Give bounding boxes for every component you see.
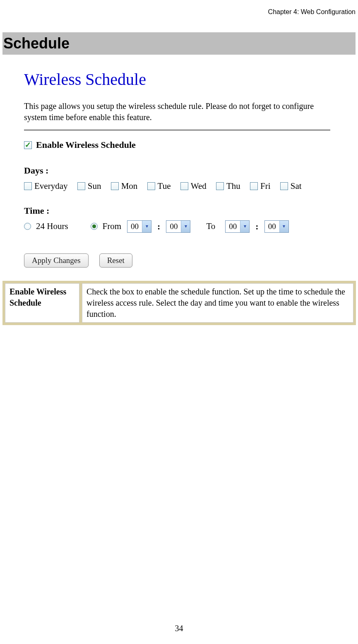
table-row: Enable Wireless Schedule Check the box t… [5, 283, 353, 323]
time-from-radio[interactable] [91, 223, 98, 230]
chevron-down-icon: ▾ [142, 221, 151, 232]
day-checkbox-fri[interactable] [250, 182, 258, 190]
day-checkbox-everyday[interactable] [24, 182, 32, 190]
day-checkbox-sat[interactable] [280, 182, 288, 190]
chevron-down-icon: ▾ [279, 221, 288, 232]
apply-changes-button[interactable]: Apply Changes [24, 253, 89, 268]
day-label: Sun [88, 181, 101, 191]
enable-checkbox[interactable] [24, 141, 32, 149]
chevron-down-icon: ▾ [181, 221, 190, 232]
enable-label: Enable Wireless Schedule [36, 140, 136, 150]
panel-intro: This page allows you setup the wireless … [24, 101, 339, 123]
to-min-value: 00 [265, 222, 279, 231]
days-label: Days : [24, 165, 351, 176]
from-hour-select[interactable]: 00▾ [127, 220, 151, 233]
description-table: Enable Wireless Schedule Check the box t… [2, 281, 356, 325]
chapter-header: Chapter 4: Web Configuration [2, 8, 356, 16]
button-row: Apply Changes Reset [24, 253, 351, 268]
day-label: Thu [226, 181, 240, 191]
days-row: Everyday Sun Mon Tue Wed Thu Fri Sat [24, 180, 351, 191]
desc-term: Enable Wireless Schedule [5, 283, 79, 323]
day-label: Tue [158, 181, 171, 191]
day-checkbox-sun[interactable] [77, 182, 85, 190]
page-number: 34 [0, 624, 358, 633]
day-checkbox-tue[interactable] [147, 182, 155, 190]
time-colon: : [255, 221, 258, 232]
day-label: Mon [121, 181, 138, 191]
section-title: Schedule [2, 32, 356, 55]
reset-button[interactable]: Reset [99, 253, 132, 268]
time-colon: : [157, 221, 160, 232]
divider [24, 130, 330, 130]
from-hour-value: 00 [127, 222, 142, 231]
day-label: Fri [260, 181, 271, 191]
panel-title: Wireless Schedule [24, 70, 351, 89]
to-min-select[interactable]: 00▾ [264, 220, 289, 233]
to-hour-select[interactable]: 00▾ [225, 220, 250, 233]
screenshot-panel: Wireless Schedule This page allows you s… [2, 61, 356, 272]
day-checkbox-thu[interactable] [216, 182, 224, 190]
time-row: 24 Hours From 00▾ : 00▾ To 00▾ : 00▾ [24, 220, 351, 233]
from-min-select[interactable]: 00▾ [166, 220, 190, 233]
enable-row: Enable Wireless Schedule [24, 140, 351, 150]
to-hour-value: 00 [226, 222, 240, 231]
desc-text: Check the box to enable the schedule fun… [82, 283, 353, 323]
day-checkbox-wed[interactable] [180, 182, 188, 190]
day-checkbox-mon[interactable] [111, 182, 119, 190]
time-label: Time : [24, 205, 351, 216]
time-24h-radio[interactable] [24, 223, 31, 230]
time-24h-label: 24 Hours [36, 221, 68, 232]
from-min-value: 00 [166, 222, 181, 231]
time-from-label: From [103, 221, 122, 232]
chevron-down-icon: ▾ [240, 221, 249, 232]
day-label: Sat [291, 181, 302, 191]
time-to-label: To [206, 221, 215, 232]
day-label: Everyday [34, 181, 67, 191]
day-label: Wed [191, 181, 207, 191]
